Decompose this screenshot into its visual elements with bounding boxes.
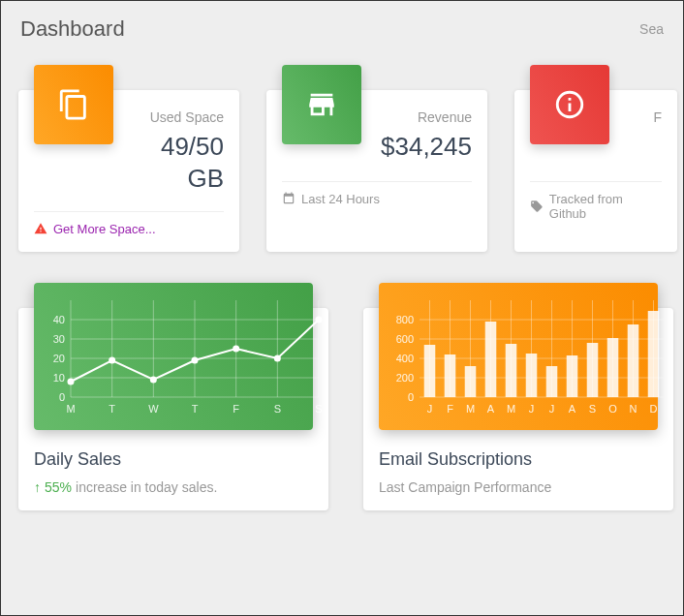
svg-text:0: 0 — [408, 391, 414, 403]
svg-text:A: A — [569, 403, 576, 415]
card-footer-text: Tracked from Github — [549, 192, 662, 221]
calendar-icon — [282, 192, 295, 205]
tag-icon — [530, 200, 544, 213]
chart-subtitle: Last Campaign Performance — [379, 479, 658, 495]
card-revenue: Revenue $34,245 Last 24 Hours — [266, 90, 487, 252]
svg-text:O: O — [608, 403, 617, 415]
card-value: $34,245 — [365, 131, 472, 164]
svg-point-29 — [274, 354, 281, 361]
svg-rect-67 — [587, 343, 599, 397]
svg-rect-46 — [445, 354, 456, 397]
svg-point-24 — [68, 378, 75, 385]
svg-text:M: M — [507, 403, 515, 415]
card-fixed-issues: F Tracked from Github — [514, 90, 677, 252]
store-icon — [282, 65, 361, 144]
card-daily-sales: 010203040MTWTFSS Daily Sales ↑ 55% incre… — [18, 308, 328, 510]
svg-text:J: J — [529, 403, 535, 415]
card-footer: Get More Space... — [34, 211, 224, 236]
svg-text:M: M — [66, 403, 75, 415]
svg-rect-70 — [607, 338, 619, 397]
svg-rect-76 — [648, 311, 660, 397]
svg-text:S: S — [274, 403, 281, 415]
chart-daily-sales: 010203040MTWTFSS — [34, 283, 313, 430]
svg-rect-61 — [546, 366, 558, 397]
get-more-space-link[interactable]: Get More Space... — [53, 222, 156, 236]
charts-row: 010203040MTWTFSS Daily Sales ↑ 55% incre… — [1, 252, 683, 510]
page-title: Dashboard — [20, 16, 125, 42]
card-footer: Tracked from Github — [530, 181, 662, 221]
card-email-subscriptions: 0200400600800JFMAMJJASOND Email Subscrip… — [363, 308, 673, 510]
info-icon — [530, 65, 609, 144]
svg-rect-49 — [465, 366, 477, 397]
svg-text:J: J — [427, 403, 433, 415]
svg-text:J: J — [549, 403, 555, 415]
svg-text:10: 10 — [53, 372, 65, 384]
card-used-space: Used Space 49/50 GB Get More Space... — [18, 90, 239, 252]
svg-text:W: W — [148, 403, 159, 415]
svg-text:T: T — [109, 403, 115, 415]
svg-text:600: 600 — [396, 333, 414, 345]
chart-title: Email Subscriptions — [379, 449, 658, 470]
svg-rect-64 — [567, 355, 578, 397]
svg-text:D: D — [650, 403, 658, 415]
svg-text:A: A — [487, 403, 495, 415]
svg-rect-73 — [628, 324, 639, 397]
chart-email-subscriptions: 0200400600800JFMAMJJASOND — [379, 283, 658, 430]
header: Dashboard Sea — [1, 1, 683, 51]
svg-text:20: 20 — [53, 353, 65, 364]
card-footer: Last 24 Hours — [282, 181, 472, 206]
svg-point-27 — [192, 356, 199, 363]
svg-rect-52 — [485, 322, 497, 397]
svg-point-25 — [109, 356, 115, 363]
chart-subtitle: ↑ 55% increase in today sales. — [34, 479, 313, 495]
svg-point-26 — [150, 376, 157, 383]
chart-title: Daily Sales — [34, 449, 313, 470]
svg-rect-43 — [424, 345, 436, 397]
svg-text:0: 0 — [59, 391, 65, 403]
svg-text:M: M — [466, 403, 475, 415]
svg-rect-58 — [526, 354, 538, 397]
card-unit: GB — [34, 164, 224, 194]
svg-text:F: F — [233, 403, 239, 415]
svg-text:800: 800 — [396, 314, 414, 325]
search-input[interactable]: Sea — [639, 21, 664, 37]
stat-cards-row: Used Space 49/50 GB Get More Space... Re… — [1, 51, 683, 252]
svg-text:N: N — [630, 403, 637, 415]
svg-text:S: S — [589, 403, 596, 415]
svg-point-30 — [316, 316, 323, 323]
svg-text:200: 200 — [396, 372, 414, 384]
svg-text:F: F — [447, 403, 453, 415]
arrow-up-icon: ↑ — [34, 479, 41, 495]
warning-icon — [34, 222, 47, 235]
svg-text:40: 40 — [53, 314, 65, 325]
svg-text:T: T — [192, 403, 199, 415]
svg-text:30: 30 — [53, 333, 65, 345]
copy-icon — [34, 65, 113, 144]
svg-point-28 — [233, 345, 239, 352]
svg-rect-55 — [506, 344, 517, 397]
svg-text:400: 400 — [396, 353, 414, 364]
card-footer-text: Last 24 Hours — [301, 192, 380, 206]
svg-text:S: S — [315, 403, 322, 415]
